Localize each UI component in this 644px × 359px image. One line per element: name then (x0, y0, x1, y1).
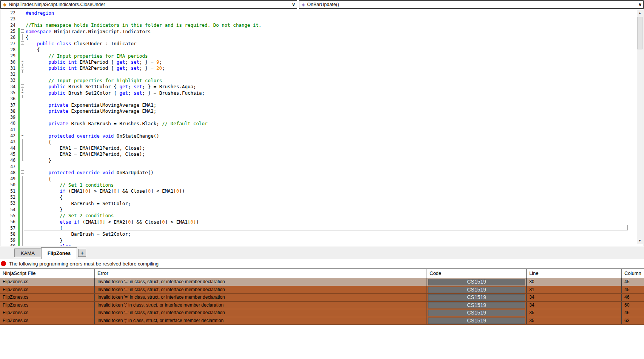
error-row[interactable]: FlipZones.csInvalid token '=' in class, … (0, 278, 644, 286)
code-text: private ExponentialMovingAverage EMA2; (26, 108, 156, 114)
code-line-40[interactable]: 40 private Brush BarBrush = Brushes.Blac… (0, 120, 637, 126)
code-line-27[interactable]: 27− public class CloseUnder : Indicator (0, 40, 637, 46)
code-line-25[interactable]: 25−namespace NinjaTrader.NinjaScript.Ind… (0, 28, 637, 34)
code-line-33[interactable]: 33 // Input properties for highlight col… (0, 77, 637, 83)
line-number: 37 (0, 103, 17, 108)
error-row[interactable]: FlipZones.csInvalid token ';' in class, … (0, 317, 644, 325)
error-row[interactable]: FlipZones.csInvalid token '=' in class, … (0, 294, 644, 302)
fold-collapse-icon[interactable]: − (21, 134, 24, 137)
code-text: } (26, 238, 63, 243)
fold-margin (20, 237, 26, 243)
error-row[interactable]: FlipZones.csInvalid token '=' in class, … (0, 286, 644, 294)
fold-collapse-icon[interactable]: − (21, 66, 24, 69)
code-line-49[interactable]: 49 { (0, 176, 637, 182)
chevron-down-icon[interactable]: ∨ (292, 2, 295, 7)
line-number: 45 (0, 152, 17, 157)
code-line-51[interactable]: 51 if (EMA1[0] > EMA2[0] && Close[0] < E… (0, 188, 637, 194)
code-line-32[interactable]: 32 (0, 71, 637, 77)
fold-margin: − (20, 59, 26, 65)
column-header-code[interactable]: Code (427, 269, 526, 278)
code-line-30[interactable]: 30− public int EMA1Period { get; set; } … (0, 59, 637, 65)
error-line-cell: 31 (526, 286, 621, 294)
code-line-52[interactable]: 52 { (0, 194, 637, 200)
code-line-48[interactable]: 48− protected override void OnBarUpdate(… (0, 170, 637, 176)
error-column-cell: 46 (621, 309, 644, 317)
column-header-line[interactable]: Line (526, 269, 621, 278)
code-line-54[interactable]: 54 } (0, 207, 637, 213)
error-code-badge: CS1519 (428, 279, 525, 285)
code-line-26[interactable]: 26{ (0, 34, 637, 40)
code-text: else if (EMA1[0] < EMA2[0] && Close[0] >… (26, 219, 199, 225)
fold-guide-line (22, 225, 23, 231)
error-column-cell: 63 (621, 317, 644, 325)
scroll-down-icon[interactable]: ▼ (637, 238, 643, 244)
scroll-up-icon[interactable]: ▲ (637, 10, 643, 16)
code-editor[interactable]: 22#endregion2324//This namespace holds I… (0, 9, 644, 246)
code-line-44[interactable]: 44 EMA1 = EMA(EMA1Period, Close); (0, 145, 637, 151)
code-line-37[interactable]: 37 private ExponentialMovingAverage EMA1… (0, 102, 637, 108)
tab-flipzones[interactable]: FlipZones (41, 247, 77, 259)
code-line-46[interactable]: 46 } (0, 157, 637, 163)
fold-collapse-icon[interactable]: − (21, 60, 24, 63)
code-line-57[interactable]: 57 { (0, 225, 637, 231)
fold-guide-line (22, 157, 23, 161)
code-line-24[interactable]: 24//This namespace holds Indicators in t… (0, 22, 637, 28)
code-line-58[interactable]: 58 BarBrush = Set2Color; (0, 231, 637, 237)
code-line-39[interactable]: 39 (0, 114, 637, 120)
scrollbar-thumb[interactable] (637, 17, 642, 49)
code-line-50[interactable]: 50 // Set 1 conditions (0, 182, 637, 188)
editor-vertical-scrollbar[interactable]: ▲ ▼ (637, 10, 643, 244)
fold-margin: − (20, 133, 26, 139)
column-header-error[interactable]: Error (94, 269, 427, 278)
code-line-53[interactable]: 53 BarBrush = Set1Color; (0, 200, 637, 206)
code-line-45[interactable]: 45 EMA2 = EMA(EMA2Period, Close); (0, 151, 637, 157)
code-line-23[interactable]: 23 (0, 16, 637, 22)
new-tab-button[interactable]: + (78, 249, 86, 257)
fold-margin: − (20, 65, 26, 71)
error-code-cell: CS1519 (427, 317, 526, 325)
code-line-35[interactable]: 35− public Brush Set2Color { get; set; }… (0, 90, 637, 96)
fold-guide-line (22, 237, 23, 243)
code-line-36[interactable]: 36 (0, 96, 637, 102)
fold-margin (20, 22, 26, 28)
fold-margin (20, 194, 26, 200)
code-line-28[interactable]: 28 { (0, 47, 637, 53)
line-number: 25 (0, 29, 17, 34)
column-header-ninjascript-file[interactable]: NinjaScript File (0, 269, 94, 278)
compile-status-line: The following programming errors must be… (0, 259, 644, 268)
code-line-43[interactable]: 43 { (0, 139, 637, 145)
code-line-22[interactable]: 22#endregion (0, 10, 637, 16)
error-code-cell: CS1519 (427, 309, 526, 317)
fold-collapse-icon[interactable]: − (21, 41, 24, 45)
error-row[interactable]: FlipZones.csInvalid token '=' in class, … (0, 309, 644, 317)
fold-margin (20, 163, 26, 169)
line-number: 24 (0, 23, 17, 28)
code-line-42[interactable]: 42− protected override void OnStateChang… (0, 133, 637, 139)
code-line-55[interactable]: 55 // Set 2 conditions (0, 213, 637, 219)
code-line-29[interactable]: 29 // Input properties for EMA periods (0, 53, 637, 59)
chevron-down-icon[interactable]: ∨ (638, 2, 642, 7)
error-table-rows: FlipZones.csInvalid token '=' in class, … (0, 278, 644, 325)
fold-collapse-icon[interactable]: − (21, 29, 24, 33)
fold-collapse-icon[interactable]: − (21, 170, 24, 174)
code-text: { (26, 195, 63, 200)
error-line-cell: 34 (526, 294, 621, 301)
error-code-badge: CS1519 (428, 310, 525, 316)
code-line-34[interactable]: 34− public Brush Set1Color { get; set; }… (0, 84, 637, 90)
fold-collapse-icon[interactable]: − (21, 84, 24, 88)
code-line-47[interactable]: 47 (0, 163, 637, 169)
method-selector-dropdown[interactable]: ◈ OnBarUpdate() ∨ (299, 0, 644, 9)
error-row[interactable]: FlipZones.csInvalid token ';' in class, … (0, 302, 644, 310)
class-selector-value: NinjaTrader.NinjaScript.Indicators.Close… (9, 2, 290, 7)
class-selector-dropdown[interactable]: ◆ NinjaTrader.NinjaScript.Indicators.Clo… (0, 0, 297, 9)
code-line-41[interactable]: 41 (0, 127, 637, 133)
code-text: } (26, 207, 63, 212)
code-line-38[interactable]: 38 private ExponentialMovingAverage EMA2… (0, 108, 637, 114)
fold-collapse-icon[interactable]: − (21, 91, 24, 94)
tab-kama[interactable]: KAMA (14, 249, 41, 257)
code-line-56[interactable]: 56 else if (EMA1[0] < EMA2[0] && Close[0… (0, 219, 637, 225)
code-line-59[interactable]: 59 } (0, 237, 637, 243)
code-line-60[interactable]: 60 else (0, 243, 637, 246)
code-line-31[interactable]: 31− public int EMA2Period { get; set; } … (0, 65, 637, 71)
column-header-column[interactable]: Column (621, 269, 644, 278)
